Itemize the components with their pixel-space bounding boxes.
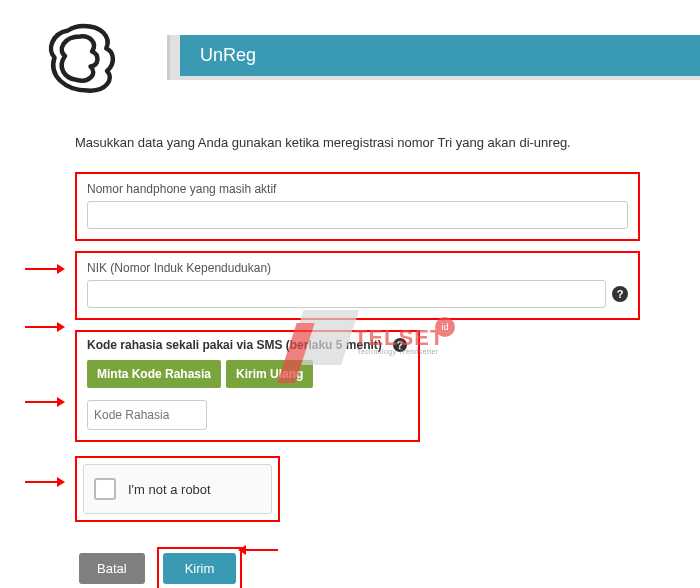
form-content: Masukkan data yang Anda gunakan ketika m… <box>0 105 700 588</box>
help-icon[interactable]: ? <box>393 338 407 352</box>
help-icon[interactable]: ? <box>612 286 628 302</box>
nik-input[interactable] <box>87 280 606 308</box>
submit-button[interactable]: Kirim <box>163 553 237 584</box>
submit-highlight: Kirim <box>157 547 243 588</box>
tri-logo <box>40 20 120 95</box>
kode-section: Kode rahasia sekali pakai via SMS (berla… <box>75 330 420 442</box>
nik-field-box: NIK (Nomor Induk Kependudukan) ? <box>75 251 640 320</box>
phone-label: Nomor handphone yang masih aktif <box>87 182 628 196</box>
header: UnReg <box>0 0 700 105</box>
recaptcha-widget[interactable]: I'm not a robot <box>83 464 272 514</box>
phone-field-box: Nomor handphone yang masih aktif <box>75 172 640 241</box>
page-title: UnReg <box>200 45 256 66</box>
nik-label: NIK (Nomor Induk Kependudukan) <box>87 261 628 275</box>
recaptcha-checkbox[interactable] <box>94 478 116 500</box>
page-title-band: UnReg <box>170 35 700 80</box>
request-code-button[interactable]: Minta Kode Rahasia <box>87 360 221 388</box>
captcha-box: I'm not a robot <box>75 456 280 522</box>
kode-heading-text: Kode rahasia sekali pakai via SMS (berla… <box>87 338 382 352</box>
resend-code-button[interactable]: Kirim Ulang <box>226 360 313 388</box>
action-row: Batal Kirim <box>75 547 640 588</box>
phone-input[interactable] <box>87 201 628 229</box>
intro-text: Masukkan data yang Anda gunakan ketika m… <box>75 135 640 150</box>
kode-heading: Kode rahasia sekali pakai via SMS (berla… <box>87 338 408 352</box>
kode-input[interactable] <box>87 400 207 430</box>
cancel-button[interactable]: Batal <box>79 553 145 584</box>
recaptcha-label: I'm not a robot <box>128 482 211 497</box>
